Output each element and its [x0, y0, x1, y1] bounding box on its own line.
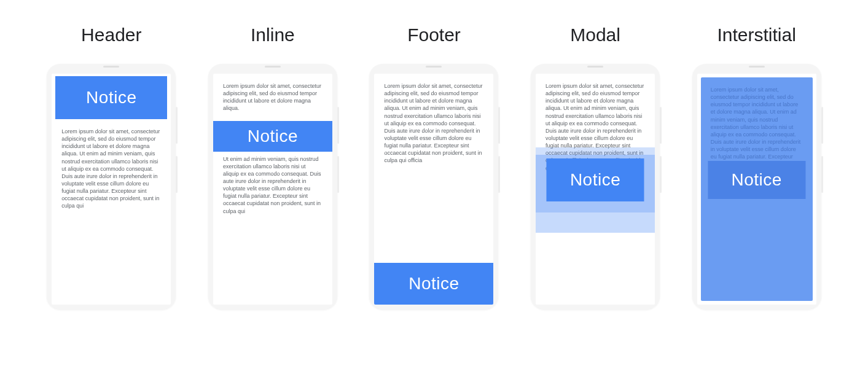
variant-title: Header [81, 25, 141, 45]
variant-header: Header Notice Lorem ipsum dolor sit amet… [34, 25, 188, 310]
phone-frame: Lorem ipsum dolor sit amet, consectetur … [531, 64, 660, 310]
variant-inline: Inline Lorem ipsum dolor sit amet, conse… [196, 25, 350, 310]
notice-label: Notice [248, 127, 298, 146]
notice-banner-modal: Notice [547, 158, 644, 201]
body-text: Lorem ipsum dolor sit amet, consectetur … [374, 74, 493, 173]
notice-banner-inline: Notice [213, 121, 332, 152]
phone-frame: Lorem ipsum dolor sit amet, consectetur … [369, 64, 498, 310]
phone-screen: Lorem ipsum dolor sit amet, consectetur … [374, 74, 493, 305]
notice-banner-interstitial: Notice [708, 161, 805, 199]
phone-screen: Lorem ipsum dolor sit amet, consectetur … [213, 74, 332, 305]
phone-screen: Lorem ipsum dolor sit amet, consectetur … [697, 74, 816, 305]
body-text: Lorem ipsum dolor sit amet, consectetur … [52, 119, 171, 219]
variant-modal: Modal Lorem ipsum dolor sit amet, consec… [518, 25, 672, 310]
variant-title: Interstitial [717, 25, 796, 45]
notice-label: Notice [731, 170, 781, 190]
variant-title: Modal [570, 25, 620, 45]
variant-title: Footer [407, 25, 461, 45]
phone-frame: Lorem ipsum dolor sit amet, consectetur … [208, 64, 337, 310]
phone-frame: Lorem ipsum dolor sit amet, consectetur … [692, 64, 821, 310]
phone-frame: Notice Lorem ipsum dolor sit amet, conse… [47, 64, 176, 310]
notice-banner-footer: Notice [374, 263, 493, 305]
variant-interstitial: Interstitial Lorem ipsum dolor sit amet,… [680, 25, 834, 310]
notice-label: Notice [86, 88, 136, 107]
phone-screen: Notice Lorem ipsum dolor sit amet, conse… [52, 74, 171, 305]
notice-banner-header: Notice [55, 76, 167, 119]
variant-title: Inline [251, 25, 295, 45]
phone-screen: Lorem ipsum dolor sit amet, consectetur … [536, 74, 655, 305]
variant-footer: Footer Lorem ipsum dolor sit amet, conse… [357, 25, 510, 310]
body-text-top: Lorem ipsum dolor sit amet, consectetur … [213, 74, 332, 121]
body-text-bottom: Ut enim ad minim veniam, quis nostrud ex… [213, 152, 332, 224]
notice-label: Notice [570, 170, 620, 190]
notice-label: Notice [409, 274, 459, 294]
